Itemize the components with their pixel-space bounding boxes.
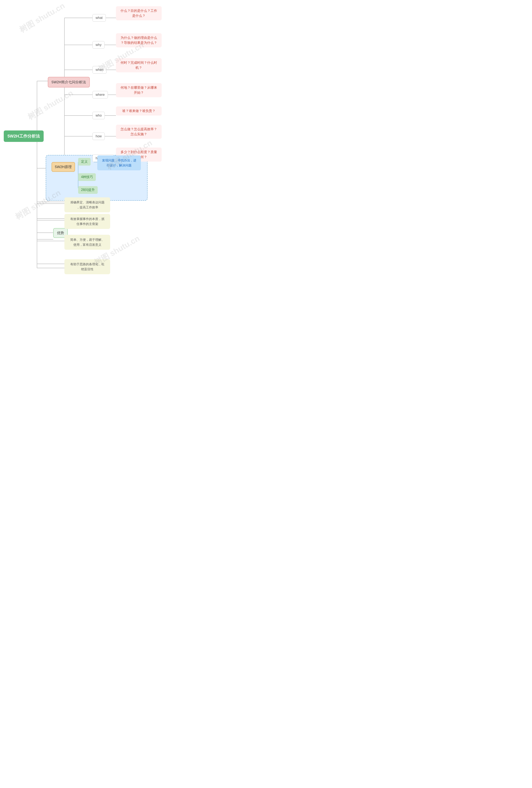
principle-definition-leaf: 发现问题，寻找办法，进行设计，解决问题 <box>97 155 141 170</box>
adv-leaf-2: 有效掌握事件的本质，抓住事件的主骨架 <box>64 214 110 229</box>
leaf-why: 为什么？做的理由是什么？导致的结果是为什么？ <box>116 33 162 47</box>
adv-leaf-4: 有助于思路的条理化，杜绝盲目性 <box>64 259 110 274</box>
root-label: 5W2H工作分析法 <box>7 134 40 138</box>
branch-how: how <box>93 133 105 140</box>
branch-what: what <box>93 14 106 22</box>
root-node: 5W2H工作分析法 <box>4 131 44 142</box>
principle-title: 5W2H原理 <box>52 162 75 172</box>
branch-who: who <box>93 112 105 119</box>
branch-why: why <box>93 41 104 48</box>
watermark-1: 树图 shutu.cn <box>17 0 67 35</box>
adv-leaf-3: 简单、方便，易于理解、使用，富有启发意义 <box>64 235 110 250</box>
principle-item-2: 28问提升 <box>78 186 98 194</box>
branch-when: when <box>93 66 106 74</box>
leaf-who: 谁？谁来做？谁负责？ <box>116 106 162 116</box>
principle-definition-label: 定义 <box>78 158 91 165</box>
watermark-3: 树图 shutu.cn <box>26 88 75 122</box>
adv-leaf-1: 准确界定、清晰表达问题，提高工作效率 <box>64 197 110 212</box>
leaf-how: 怎么做？怎么提高效率？怎么实施？ <box>116 125 162 139</box>
leaf-where: 何地？在哪里做？从哪来开始？ <box>116 83 162 97</box>
branch-where: where <box>93 91 108 98</box>
leaf-what: 什么？目的是什么？工作是什么？ <box>116 6 162 20</box>
top-center-node: 5W2H简介七问分析法 <box>48 77 90 87</box>
leaf-when: 何时？完成时间？什么时机？ <box>116 58 162 72</box>
principle-item-1: 4种技巧 <box>78 173 96 181</box>
top-center-label: 5W2H简介七问分析法 <box>52 80 86 84</box>
